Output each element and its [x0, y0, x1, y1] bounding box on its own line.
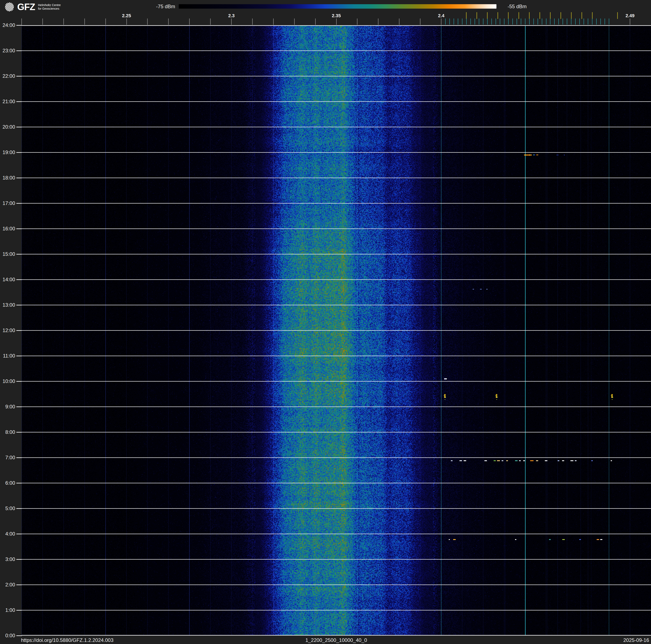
freq-minor-tick [210, 19, 211, 25]
wifi-channel-tick [582, 12, 582, 19]
time-label: 15:00 [0, 251, 15, 257]
hour-tick [17, 381, 22, 382]
time-label: 13:00 [0, 302, 15, 308]
wifi-channel-tick [508, 12, 508, 19]
doi-link[interactable]: https://doi.org/10.5880/GFZ.1.2.2024.003 [21, 637, 114, 643]
freq-minor-tick [420, 19, 421, 25]
ble-channel-tick [508, 19, 508, 25]
time-label: 2:00 [0, 582, 15, 588]
ble-channel-tick [496, 19, 496, 25]
hour-tick [17, 101, 22, 102]
time-label: 12:00 [0, 327, 15, 333]
wifi-channel-tick [592, 12, 593, 19]
ble-channel-tick [479, 19, 479, 25]
time-label: 0:00 [0, 633, 15, 639]
hour-tick [17, 407, 22, 407]
wifi-channel-tick [519, 12, 519, 19]
hour-tick [17, 229, 22, 229]
ble-channel-tick [529, 19, 530, 25]
hour-tick [17, 559, 22, 560]
time-label: 8:00 [0, 429, 15, 435]
hour-tick [17, 585, 22, 585]
hour-tick [17, 508, 22, 509]
ble-channel-tick [462, 19, 462, 25]
freq-minor-tick [630, 19, 630, 25]
dataset-id-label: 1_2200_2500_10000_40_0 [305, 637, 367, 643]
ble-channel-tick [454, 19, 454, 25]
hour-tick [17, 483, 22, 484]
ble-channel-tick [445, 19, 445, 25]
colorbar-min-label: -75 dBm [156, 4, 175, 9]
logo-brand-text: GFZ [17, 2, 35, 11]
gfz-logo: GFZ Helmholtz Centre for Geosciences [5, 2, 61, 12]
ble-channel-tick [450, 19, 450, 25]
date-label: 2025-09-16 [623, 637, 649, 643]
ble-channel-tick [575, 19, 576, 25]
ble-channel-tick [513, 19, 513, 25]
freq-minor-tick [85, 19, 85, 25]
freq-minor-tick [273, 19, 274, 25]
wifi-channel-tick [560, 12, 561, 19]
hour-tick [17, 254, 22, 255]
time-label: 4:00 [0, 531, 15, 537]
spectrogram-page: GFZ Helmholtz Centre for Geosciences -75… [0, 0, 651, 644]
time-label: 23:00 [0, 48, 15, 54]
ble-channel-tick [609, 19, 609, 25]
ble-channel-tick [571, 19, 571, 25]
time-label: 20:00 [0, 124, 15, 130]
freq-minor-tick [105, 19, 106, 25]
hour-tick [17, 432, 22, 433]
freq-minor-tick [42, 19, 43, 25]
ble-channel-tick [470, 19, 471, 25]
ble-channel-tick [546, 19, 547, 25]
ble-channel-tick [563, 19, 563, 25]
freq-minor-tick [231, 19, 231, 25]
ble-channel-tick [604, 19, 605, 25]
ble-channel-tick [487, 19, 488, 25]
ble-channel-tick [474, 19, 475, 25]
gfz-logo-icon [5, 2, 14, 12]
freq-minor-tick [441, 19, 441, 25]
time-label: 17:00 [0, 200, 15, 206]
wifi-channel-tick [476, 12, 477, 19]
freq-minor-tick [63, 19, 64, 25]
ble-channel-tick [567, 19, 567, 25]
time-label: 5:00 [0, 505, 15, 511]
wifi-channel-tick [539, 12, 540, 19]
freq-minor-tick [126, 19, 127, 25]
hour-tick [17, 203, 22, 204]
ble-channel-tick [542, 19, 542, 25]
hour-tick [17, 457, 22, 458]
wifi-channel-tick [550, 12, 551, 19]
time-label: 16:00 [0, 226, 15, 232]
logo-institute-name: Helmholtz Centre for Geosciences [38, 3, 61, 11]
ble-channel-tick [550, 19, 550, 25]
hour-tick [17, 610, 22, 611]
time-label: 19:00 [0, 149, 15, 155]
time-label: 24:00 [0, 22, 15, 28]
freq-minor-tick [399, 19, 399, 25]
colorbar-gradient [179, 4, 496, 9]
spectrogram-canvas [22, 25, 651, 636]
freq-minor-tick [294, 19, 294, 25]
ble-channel-tick [558, 19, 559, 25]
time-label: 6:00 [0, 480, 15, 486]
ble-channel-tick [537, 19, 538, 25]
wifi-channel-tick [466, 12, 467, 19]
ble-channel-tick [500, 19, 500, 25]
ble-channel-tick [554, 19, 555, 25]
time-label: 18:00 [0, 175, 15, 181]
wifi-channel-tick [529, 12, 530, 19]
ble-channel-tick [466, 19, 467, 25]
freq-minor-tick [22, 19, 22, 25]
time-label: 10:00 [0, 378, 15, 384]
ble-channel-tick [504, 19, 504, 25]
hour-tick [17, 356, 22, 356]
ble-channel-tick [491, 19, 492, 25]
freq-minor-tick [336, 19, 337, 25]
ble-channel-tick [592, 19, 592, 25]
wifi-channel-tick [487, 12, 488, 19]
ble-channel-tick [458, 19, 458, 25]
time-label: 3:00 [0, 556, 15, 562]
freq-minor-tick [315, 19, 316, 25]
